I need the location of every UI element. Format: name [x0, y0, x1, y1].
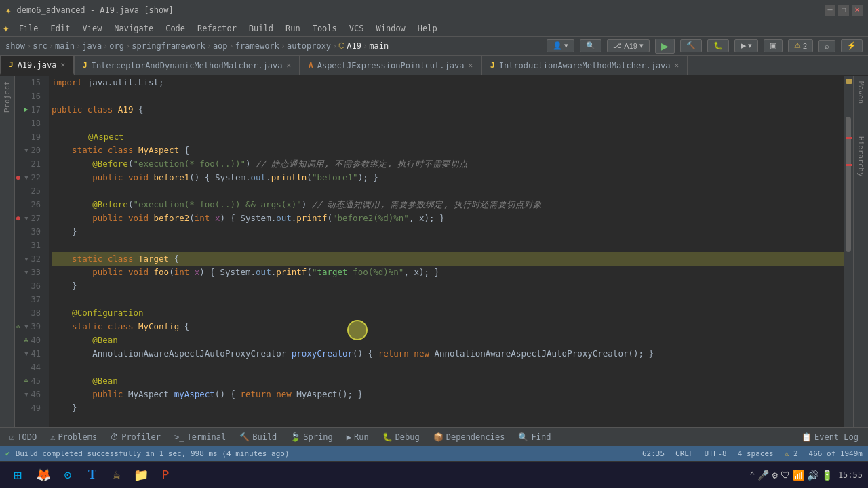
bottom-tab-problems[interactable]: ⚠ Problems — [43, 428, 104, 446]
menu-build[interactable]: Build — [243, 22, 279, 35]
tab-intro-close[interactable]: ✕ — [675, 61, 679, 70]
taskbar-firefox[interactable]: 🦊 — [33, 464, 54, 486]
bottom-tab-todo[interactable]: ☑ TODO — [3, 428, 43, 446]
settings-tray-icon[interactable]: ⚙ — [772, 470, 777, 481]
bottom-tab-debug[interactable]: 🐛 Debug — [376, 428, 427, 446]
debug-button[interactable]: 🐛 — [707, 39, 729, 52]
taskbar-text[interactable]: T — [81, 464, 103, 486]
fold-icon-41[interactable]: ▼ — [19, 347, 28, 361]
bottom-tab-build[interactable]: 🔨 Build — [233, 428, 283, 446]
hierarchy-panel-label[interactable]: Hierarchy — [855, 134, 867, 180]
menu-window[interactable]: Window — [370, 22, 410, 35]
bottom-tab-dependencies[interactable]: 📦 Dependencies — [427, 428, 512, 446]
volume-icon[interactable]: 🔊 — [807, 470, 818, 481]
code-line-44 — [52, 361, 844, 374]
close-button[interactable]: ✕ — [852, 5, 863, 16]
minimize-button[interactable]: ─ — [825, 5, 835, 16]
maven-panel-label[interactable]: Maven — [855, 79, 867, 106]
breadcrumb-framework[interactable]: framework — [235, 41, 279, 51]
profiler-icon: ⏱ — [111, 432, 119, 442]
breadcrumb-org[interactable]: org — [109, 41, 124, 51]
breadcrumb-show[interactable]: show — [5, 41, 25, 51]
left-panel-gutter[interactable]: Project — [0, 76, 15, 427]
breadcrumb-method[interactable]: main — [369, 41, 389, 51]
breadcrumb-main[interactable]: main — [55, 41, 75, 51]
tray-icons: ⌃ 🎤 ⚙ 🛡 📶 🔊 🔋 — [749, 470, 833, 481]
settings-button[interactable]: ⌕ — [818, 40, 835, 52]
ln-40: ☘ 40 — [15, 333, 43, 347]
build-button[interactable]: 🔨 — [680, 39, 702, 52]
tab-a19[interactable]: J A19.java ✕ — [0, 56, 74, 75]
breadcrumb-a19[interactable]: A19 — [347, 41, 361, 51]
code-line-40: @Bean — [52, 333, 844, 347]
menu-tools[interactable]: Tools — [307, 22, 342, 35]
breadcrumb-springframework[interactable]: springframework — [132, 41, 205, 51]
coverage-button[interactable]: ▣ — [764, 39, 783, 52]
taskbar-intellij[interactable]: ☕ — [106, 464, 127, 486]
fold-icon-46[interactable]: ▼ — [19, 388, 28, 401]
menu-navigate[interactable]: Navigate — [108, 22, 159, 35]
breadcrumb-java[interactable]: java — [82, 41, 102, 51]
menu-run[interactable]: Run — [280, 22, 306, 35]
taskbar-system-tray: ⌃ 🎤 ⚙ 🛡 📶 🔊 🔋 15:55 — [749, 470, 863, 481]
line-ending[interactable]: CRLF — [675, 449, 694, 458]
tab-aspectj[interactable]: A AspectJExpressionPointcut.java ✕ — [300, 56, 481, 75]
breadcrumb-src[interactable]: src — [33, 41, 47, 51]
breadcrumb-aop[interactable]: aop — [213, 41, 228, 51]
taskbar-explorer[interactable]: 📁 — [130, 464, 152, 486]
menu-file[interactable]: File — [14, 22, 44, 35]
taskbar-edge[interactable]: ⊙ — [57, 464, 79, 486]
menu-code[interactable]: Code — [160, 22, 191, 35]
menu-help[interactable]: Help — [412, 22, 443, 35]
up-arrow-icon[interactable]: ⌃ — [749, 470, 755, 481]
search-run-button[interactable]: 🔍 — [580, 39, 601, 52]
editor-scrollbar[interactable] — [844, 76, 853, 427]
ln-39: ☘ ▼ 39 — [15, 320, 43, 333]
run-button[interactable]: ▶ — [655, 39, 675, 54]
bottom-tab-run[interactable]: ▶ Run — [340, 428, 376, 446]
cursor-position[interactable]: 62:35 — [642, 449, 665, 458]
branch-button[interactable]: ⎇ A19 ▾ — [607, 39, 650, 52]
fold-icon-39[interactable]: ▼ — [23, 320, 28, 333]
warning-count[interactable]: ⚠ 2 — [785, 449, 798, 458]
code-editor[interactable]: import java.util.List; public class A19 … — [49, 76, 844, 427]
fold-icon-20[interactable]: ▼ — [19, 144, 28, 157]
indent-size[interactable]: 4 spaces — [738, 449, 774, 458]
menu-edit[interactable]: Edit — [45, 22, 76, 35]
run-config-button[interactable]: ▶ ▾ — [734, 39, 758, 52]
menu-view[interactable]: View — [77, 22, 107, 35]
fold-icon-22[interactable]: ▼ — [23, 171, 28, 184]
status-warning-icon: ⚠ — [785, 449, 789, 458]
code-line-17: public class A19 { — [52, 103, 844, 117]
menu-vcs[interactable]: VCS — [344, 22, 370, 35]
menu-refactor[interactable]: Refactor — [192, 22, 242, 35]
fold-icon-27[interactable]: ▼ — [23, 211, 28, 225]
tab-a19-close[interactable]: ✕ — [60, 60, 65, 69]
right-panel-maven[interactable]: Maven Hierarchy — [853, 76, 868, 427]
run-gutter-icon[interactable]: ▶ — [19, 103, 28, 117]
ln-20: ▼ 20 — [15, 144, 43, 157]
bottom-tab-find[interactable]: 🔍 Find — [511, 428, 557, 446]
encoding[interactable]: UTF-8 — [705, 449, 727, 458]
fold-icon-32[interactable]: ▼ — [19, 252, 28, 266]
project-panel-label[interactable]: Project — [1, 79, 13, 115]
bottom-tab-spring[interactable]: 🍃 Spring — [283, 428, 339, 446]
breadcrumb-autoproxy[interactable]: autoproxy — [287, 41, 331, 51]
power-button[interactable]: ⚡ — [841, 39, 863, 52]
battery-icon: 🔋 — [821, 470, 833, 481]
maximize-button[interactable]: □ — [838, 5, 849, 16]
bottom-tab-profiler[interactable]: ⏱ Profiler — [104, 428, 167, 446]
notification-button[interactable]: ⚠ 2 — [788, 39, 813, 52]
tab-interceptor[interactable]: J InterceptorAndDynamicMethodMatcher.jav… — [74, 56, 300, 75]
taskbar-powerpoint[interactable]: P — [155, 464, 176, 486]
bottom-tab-eventlog[interactable]: 📋 Event Log — [795, 428, 865, 446]
tab-interceptor-close[interactable]: ✕ — [286, 61, 291, 70]
fold-icon-33[interactable]: ▼ — [19, 266, 28, 279]
tab-intro[interactable]: J IntroductionAwareMethodMatcher.java ✕ — [481, 56, 688, 75]
start-button[interactable]: ⊞ — [5, 464, 30, 486]
profile-button[interactable]: 👤 ▾ — [547, 39, 574, 52]
title-bar-controls[interactable]: ─ □ ✕ — [825, 5, 863, 16]
tab-aspectj-close[interactable]: ✕ — [468, 61, 473, 70]
tab-interceptor-label: InterceptorAndDynamicMethodMatcher.java — [92, 61, 283, 70]
bottom-tab-terminal[interactable]: >_ Terminal — [167, 428, 233, 446]
